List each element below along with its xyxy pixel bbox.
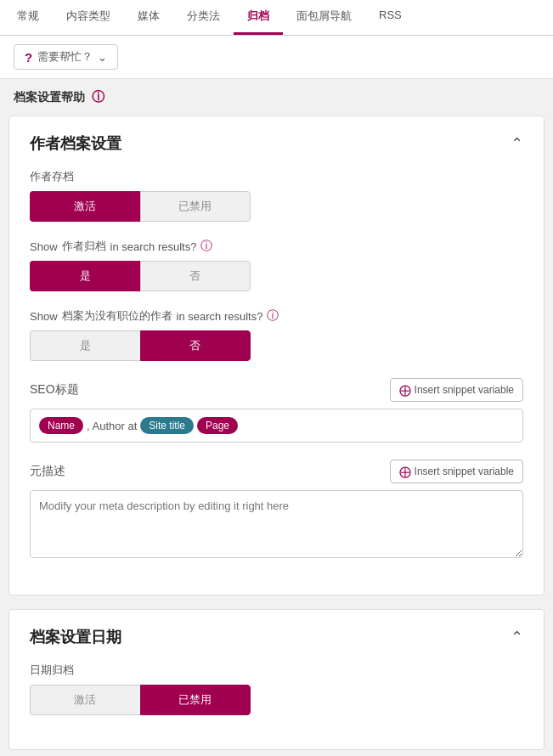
show-no-pos-post: in search results?: [177, 310, 263, 323]
show-author-group: Show 作者归档 in search results? ⓘ 是 否: [30, 239, 523, 291]
show-author-label: Show 作者归档 in search results? ⓘ: [30, 239, 523, 254]
date-section-card: 档案设置日期 ⌃ 日期归档 激活 已禁用: [8, 609, 545, 750]
show-author-toggle: 是 否: [30, 261, 251, 291]
show-no-position-group: Show 档案为没有职位的作者 in search results? ⓘ 是 否: [30, 308, 523, 361]
heading-help-icon[interactable]: ⓘ: [92, 89, 104, 105]
date-section-title: 档案设置日期: [30, 627, 121, 647]
chip-site-title[interactable]: Site title: [140, 417, 194, 434]
question-icon: ?: [25, 50, 32, 65]
chip-name[interactable]: Name: [39, 417, 83, 434]
show-no-pos-help-icon[interactable]: ⓘ: [267, 308, 279, 324]
meta-insert-snippet-label: Insert snippet variable: [415, 465, 514, 477]
tabs-bar: 常规 内容类型 媒体 分类法 归档 面包屑导航 RSS: [0, 0, 553, 36]
author-archive-activate-btn[interactable]: 激活: [30, 191, 140, 222]
author-archive-toggle: 激活 已禁用: [30, 191, 251, 222]
help-bar: ? 需要帮忙？ ⌄: [0, 36, 553, 79]
show-author-mid: 作者归档: [62, 239, 106, 254]
author-archive-label: 作者存档: [30, 169, 523, 184]
date-archive-group: 日期归档 激活 已禁用: [30, 663, 523, 715]
author-archive-group: 作者存档 激活 已禁用: [30, 169, 523, 222]
show-author-post: in search results?: [110, 240, 197, 253]
author-archive-disable-btn[interactable]: 已禁用: [140, 191, 251, 222]
page-heading: 档案设置帮助 ⓘ: [0, 79, 553, 116]
seo-chips-input[interactable]: Name , Author at Site title Page: [30, 409, 523, 443]
tab-rss[interactable]: RSS: [365, 0, 415, 35]
chevron-down-icon: ⌄: [98, 51, 107, 64]
author-collapse-icon[interactable]: ⌃: [511, 134, 523, 153]
tab-content-types[interactable]: 内容类型: [53, 0, 124, 35]
tab-general[interactable]: 常规: [3, 0, 53, 35]
meta-plus-circle-icon: ⨁: [399, 465, 411, 478]
seo-insert-snippet-btn[interactable]: ⨁ Insert snippet variable: [390, 378, 523, 402]
seo-title-row: SEO标题 ⨁ Insert snippet variable: [30, 378, 523, 402]
date-archive-label: 日期归档: [30, 663, 523, 678]
show-author-yes-btn[interactable]: 是: [30, 261, 140, 291]
plus-circle-icon: ⨁: [399, 383, 411, 397]
date-archive-disable-btn[interactable]: 已禁用: [140, 685, 251, 715]
tab-media[interactable]: 媒体: [124, 0, 173, 35]
show-author-pre: Show: [30, 240, 58, 253]
show-no-pos-mid: 档案为没有职位的作者: [62, 308, 172, 324]
author-section-title: 作者档案设置: [30, 133, 121, 154]
date-collapse-icon[interactable]: ⌃: [511, 628, 523, 646]
show-no-pos-no-btn[interactable]: 否: [140, 330, 251, 361]
meta-desc-group: 元描述 ⨁ Insert snippet variable: [30, 460, 523, 561]
show-no-pos-pre: Show: [30, 310, 58, 323]
seo-title-group: SEO标题 ⨁ Insert snippet variable Name , A…: [30, 378, 523, 443]
tab-taxonomy[interactable]: 分类法: [173, 0, 234, 35]
meta-insert-snippet-btn[interactable]: ⨁ Insert snippet variable: [390, 460, 523, 483]
tab-breadcrumbs[interactable]: 面包屑导航: [283, 0, 365, 35]
meta-description-textarea[interactable]: [30, 490, 523, 558]
meta-desc-row: 元描述 ⨁ Insert snippet variable: [30, 460, 523, 483]
show-no-position-label: Show 档案为没有职位的作者 in search results? ⓘ: [30, 308, 523, 324]
page-heading-text: 档案设置帮助: [14, 90, 85, 105]
show-no-position-toggle: 是 否: [30, 330, 251, 361]
date-section-header: 档案设置日期 ⌃: [30, 627, 523, 647]
seo-title-label: SEO标题: [30, 382, 79, 398]
show-author-no-btn[interactable]: 否: [140, 261, 251, 291]
help-button[interactable]: ? 需要帮忙？ ⌄: [14, 44, 118, 70]
author-section-card: 作者档案设置 ⌃ 作者存档 激活 已禁用 Show 作者归档 in search…: [8, 116, 545, 595]
meta-desc-label: 元描述: [30, 464, 65, 479]
date-archive-activate-btn[interactable]: 激活: [30, 685, 140, 715]
tab-archives[interactable]: 归档: [234, 0, 283, 35]
author-section-header: 作者档案设置 ⌃: [30, 133, 523, 154]
date-archive-toggle: 激活 已禁用: [30, 685, 251, 715]
insert-snippet-label: Insert snippet variable: [415, 384, 514, 396]
chip-separator: , Author at: [87, 420, 137, 432]
help-label: 需要帮忙？: [37, 49, 93, 65]
show-author-help-icon[interactable]: ⓘ: [200, 239, 212, 254]
chip-page[interactable]: Page: [197, 417, 238, 434]
show-no-pos-yes-btn[interactable]: 是: [30, 330, 140, 361]
